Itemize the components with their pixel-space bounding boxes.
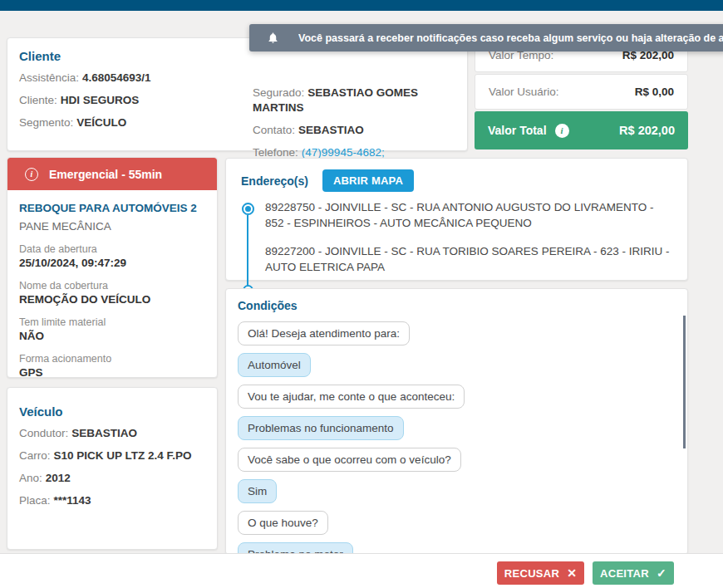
address-origin: 89228750 - JOINVILLE - SC - RUA ANTONIO … — [265, 200, 671, 232]
cliente-field: Cliente:HDI SEGUROS — [19, 93, 253, 108]
abrir-mapa-button[interactable]: ABRIR MAPA — [322, 169, 414, 192]
telefone-link[interactable]: (47)99945-4682; — [302, 146, 385, 159]
condicoes-card-title: Condições — [238, 299, 687, 312]
route-line — [247, 215, 248, 286]
scrollbar-thumb[interactable] — [683, 316, 686, 448]
address-destination: 89227200 - JOINVILLE - SC - RUA TORIBIO … — [265, 244, 671, 276]
chat-bubble-question: Vou te ajudar, me conte o que aconteceu: — [238, 385, 465, 409]
segmento-field: Segmento:VEÍCULO — [19, 115, 253, 130]
carro-field: Carro:S10 PICK UP LTZ 2.4 F.PO — [19, 448, 217, 463]
info-circle-icon: i — [25, 168, 38, 181]
chat-bubble-question: Você sabe o que ocorreu com o veículo? — [238, 448, 461, 472]
action-footer: RECUSAR ✕ ACEITAR ✓ — [0, 553, 723, 588]
valor-usuario-value: R$ 0,00 — [635, 86, 674, 98]
cliente-card: Cliente Assistência:4.68054693/1 Cliente… — [7, 37, 468, 151]
emergencial-header: i Emergencial - 55min — [7, 158, 217, 190]
valor-total-row: Valor Total i R$ 202,00 — [475, 111, 688, 149]
placa-field: Placa:***1143 — [19, 493, 217, 508]
chat-bubble-answer: Automóvel — [238, 353, 311, 377]
chat-transcript: Olá! Deseja atendimento para: Automóvel … — [238, 321, 687, 555]
bell-icon — [267, 32, 279, 44]
aceitar-button[interactable]: ACEITAR ✓ — [593, 561, 674, 585]
servico-card: i Emergencial - 55min REBOQUE PARA AUTOM… — [7, 157, 218, 378]
chat-bubble-answer: Sim — [238, 479, 277, 503]
segurado-field: Segurado:SEBASTIAO GOMES MARTINS — [253, 86, 467, 115]
origin-point-icon — [242, 203, 254, 215]
servico-problema: PANE MECÂNICA — [19, 220, 209, 233]
check-icon: ✓ — [657, 566, 666, 580]
valor-usuario-label: Valor Usuário: — [489, 86, 559, 98]
data-abertura-pair: Data de abertura 25/10/2024, 09:47:29 — [19, 243, 209, 269]
chat-bubble-answer: Problemas no funcionamento — [238, 416, 404, 440]
veiculo-card-title: Veículo — [19, 404, 217, 419]
close-icon: ✕ — [567, 566, 577, 580]
info-icon[interactable]: i — [555, 124, 569, 138]
assistencia-field: Assistência:4.68054693/1 — [19, 71, 253, 86]
condutor-field: Condutor:SEBASTIAO — [19, 426, 217, 441]
endereco-card-title: Endereço(s) — [241, 174, 308, 188]
toast-message: Você passará a receber notificações caso… — [298, 32, 723, 44]
cobertura-pair: Nome da cobertura REMOÇÃO DO VEÍCULO — [19, 280, 209, 306]
limite-material-pair: Tem limite material NÃO — [19, 316, 209, 342]
veiculo-card: Veículo Condutor:SEBASTIAO Carro:S10 PIC… — [7, 387, 218, 550]
contato-field: Contato:SEBASTIAO — [253, 123, 467, 138]
chat-bubble-question: Olá! Deseja atendimento para: — [238, 321, 410, 345]
valor-total-value: R$ 202,00 — [619, 124, 675, 137]
notification-toast: Você passará a receber notificações caso… — [249, 24, 723, 51]
chat-bubble-question: O que houve? — [238, 511, 328, 535]
forma-acionamento-pair: Forma acionamento GPS — [19, 353, 209, 378]
ano-field: Ano:2012 — [19, 471, 217, 486]
endereco-card: Endereço(s) ABRIR MAPA 89228750 - JOINVI… — [225, 158, 688, 281]
recusar-button[interactable]: RECUSAR ✕ — [497, 561, 584, 585]
condicoes-card: Condições Olá! Deseja atendimento para: … — [225, 288, 688, 555]
servico-nome: REBOQUE PARA AUTOMÓVEIS 2 — [19, 202, 209, 214]
emergencial-title: Emergencial - 55min — [49, 168, 162, 181]
top-navigation-bar — [0, 0, 723, 11]
valor-total-label: Valor Total — [488, 124, 547, 137]
valor-usuario-row: Valor Usuário: R$ 0,00 — [475, 74, 688, 110]
